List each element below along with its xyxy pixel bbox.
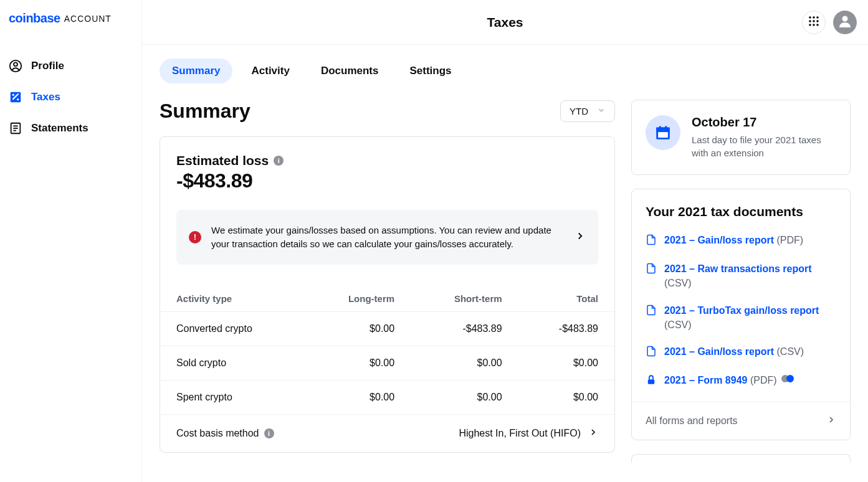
col-activity-type: Activity type [160,282,305,312]
deadline-text: Last day to file your 2021 taxes with an… [692,133,836,159]
review-notice[interactable]: ! We estimate your gains/losses based on… [176,210,598,265]
chevron-right-icon [575,230,586,244]
estimate-label: Estimated loss [176,153,269,168]
doc-name: 2021 – TurboTax gain/loss report [664,305,819,316]
cell-type: Spent crypto [160,380,305,414]
sidebar-item-label: Taxes [31,91,60,103]
statements-icon [9,121,22,135]
coinbase-one-badge [781,374,794,384]
cell-type: Converted crypto [160,311,305,346]
section-title: Summary [160,100,250,123]
svg-point-17 [816,24,819,26]
svg-point-1 [14,62,17,66]
svg-point-16 [813,24,815,26]
file-icon [646,234,657,249]
cell-total: $0.00 [518,380,614,414]
sidebar-item-label: Profile [31,60,64,72]
svg-point-4 [17,98,19,100]
tab-activity[interactable]: Activity [239,59,302,83]
cell-short: -$483.89 [411,311,518,346]
alert-icon: ! [189,231,201,243]
table-row: Sold crypto $0.00 $0.00 $0.00 [160,346,614,380]
all-forms-link[interactable]: All forms and reports [632,402,850,440]
cost-basis-row[interactable]: Cost basis method i Highest In, First Ou… [160,415,614,452]
avatar-button[interactable] [833,11,857,34]
svg-point-12 [809,20,811,22]
cost-basis-value: Highest In, First Out (HIFO) [459,428,581,439]
tab-documents[interactable]: Documents [308,59,391,83]
doc-name: 2021 – Gain/loss report [664,346,774,357]
svg-point-15 [809,24,811,26]
all-forms-label: All forms and reports [646,415,738,427]
doc-name: 2021 – Form 8949 [664,375,747,385]
next-card-peek [631,454,851,463]
tab-summary[interactable]: Summary [160,59,232,83]
file-icon [646,263,657,278]
cell-short: $0.00 [411,380,518,414]
chevron-right-icon [826,415,836,427]
sidebar-item-label: Statements [31,122,88,135]
tax-documents-card: Your 2021 tax documents 2021 – Gain/loss… [631,189,851,440]
document-link[interactable]: 2021 – Gain/loss report (CSV) [646,344,836,361]
sidebar-item-statements[interactable]: Statements [0,113,141,144]
info-icon[interactable]: i [264,428,274,438]
activity-table: Activity type Long-term Short-term Total… [160,282,614,415]
document-link[interactable]: 2021 – Gain/loss report (PDF) [646,233,836,249]
sidebar-item-profile[interactable]: Profile [0,50,141,82]
logo-sub: ACCOUNT [64,14,112,24]
profile-icon [9,59,22,73]
doc-name: 2021 – Raw transactions report [664,263,812,274]
logo-text: coinbase [9,11,60,26]
file-icon [646,305,657,319]
deadline-card: October 17 Last day to file your 2021 ta… [631,100,851,175]
cell-long: $0.00 [305,380,411,414]
page-title: Taxes [487,15,523,30]
col-long-term: Long-term [305,282,411,312]
lock-icon [646,374,657,389]
cell-short: $0.00 [411,346,518,380]
document-link[interactable]: 2021 – Form 8949 (PDF) [646,373,836,389]
document-link[interactable]: 2021 – Raw transactions report (CSV) [646,262,836,290]
svg-point-3 [12,94,14,96]
col-short-term: Short-term [411,282,518,312]
svg-point-11 [816,16,819,19]
info-icon[interactable]: i [274,156,284,166]
table-row: Converted crypto $0.00 -$483.89 -$483.89 [160,311,614,346]
cell-long: $0.00 [305,311,411,346]
file-icon [646,346,657,361]
logo[interactable]: coinbase ACCOUNT [0,11,141,26]
chevron-right-icon [588,427,598,440]
doc-type: (CSV) [664,278,692,288]
cell-total: $0.00 [518,346,614,380]
topbar: Taxes [142,0,868,45]
deadline-date: October 17 [692,115,836,130]
doc-type: (CSV) [777,346,804,357]
svg-point-10 [813,16,815,19]
calendar-icon [646,115,680,150]
tabs: Summary Activity Documents Settings [160,59,851,83]
chevron-down-icon [597,106,606,116]
person-icon [837,14,852,31]
svg-point-25 [786,375,794,382]
tab-settings[interactable]: Settings [397,59,464,83]
cell-long: $0.00 [305,346,411,380]
cell-total: -$483.89 [518,311,614,346]
table-row: Spent crypto $0.00 $0.00 $0.00 [160,380,614,414]
sidebar: coinbase ACCOUNT Profile Taxes Stateme [0,0,142,482]
document-link[interactable]: 2021 – TurboTax gain/loss report (CSV) [646,303,836,332]
cost-basis-label: Cost basis method [176,428,259,439]
svg-point-13 [813,20,815,22]
period-value: YTD [570,106,588,116]
svg-point-14 [816,20,819,22]
sidebar-item-taxes[interactable]: Taxes [0,82,141,113]
period-select[interactable]: YTD [560,100,615,122]
doc-name: 2021 – Gain/loss report [664,235,774,245]
notice-text: We estimate your gains/losses based on a… [211,224,565,251]
apps-button[interactable] [802,11,826,34]
svg-rect-23 [648,379,655,384]
doc-type: (PDF) [750,375,777,385]
cell-type: Sold crypto [160,346,305,380]
summary-card: Estimated loss i -$483.89 ! We estimate … [160,136,615,453]
col-total: Total [518,282,614,312]
doc-type: (PDF) [777,235,804,245]
